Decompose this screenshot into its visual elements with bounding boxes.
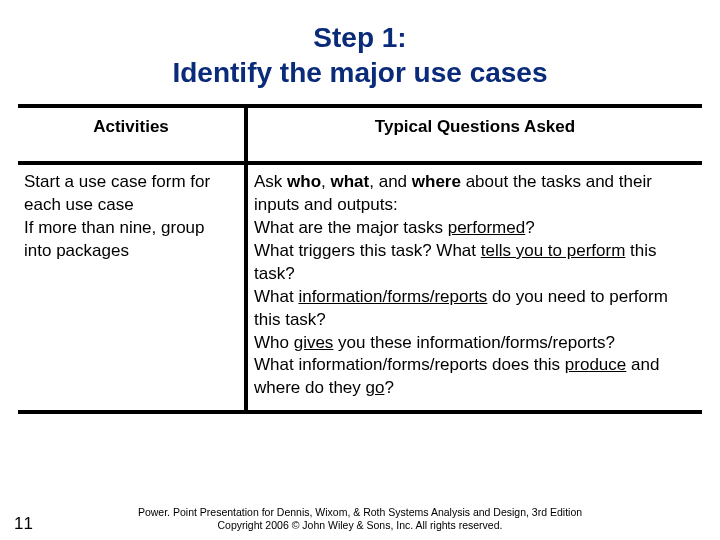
- activities-cell: Start a use case form for each use case …: [18, 165, 248, 410]
- footer-line: Copyright 2006 © John Wiley & Sons, Inc.…: [218, 519, 503, 531]
- footer-line: Power. Point Presentation for Dennis, Wi…: [138, 506, 582, 518]
- activity-line: Start a use case form for each use case: [24, 171, 234, 217]
- title-line-1: Step 1:: [313, 22, 406, 53]
- content-table: Activities Typical Questions Asked Start…: [18, 104, 702, 414]
- slide-title: Step 1: Identify the major use cases: [18, 20, 702, 90]
- question-line: What are the major tasks performed?: [254, 217, 692, 240]
- title-line-2: Identify the major use cases: [172, 57, 547, 88]
- page-number: 11: [14, 514, 33, 534]
- question-line: What information/forms/reports do you ne…: [254, 286, 692, 332]
- question-intro: Ask who, what, and where about the tasks…: [254, 171, 692, 217]
- footer: Power. Point Presentation for Dennis, Wi…: [0, 506, 720, 532]
- header-activities: Activities: [18, 108, 248, 165]
- question-line: What triggers this task? What tells you …: [254, 240, 692, 286]
- question-line: Who gives you these information/forms/re…: [254, 332, 692, 355]
- header-questions: Typical Questions Asked: [248, 108, 702, 165]
- questions-cell: Ask who, what, and where about the tasks…: [248, 165, 702, 410]
- question-line: What information/forms/reports does this…: [254, 354, 692, 400]
- activity-line: If more than nine, group into packages: [24, 217, 234, 263]
- slide: Step 1: Identify the major use cases Act…: [0, 0, 720, 540]
